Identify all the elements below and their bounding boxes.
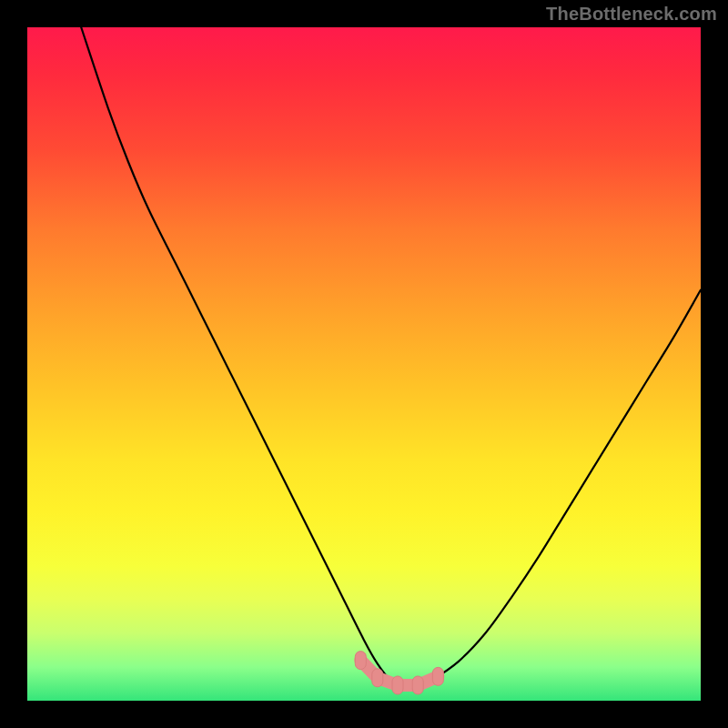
watermark-text: TheBottleneck.com	[546, 4, 717, 25]
highlight-marker	[432, 667, 443, 685]
highlight-markers	[355, 652, 443, 694]
highlight-marker	[372, 669, 383, 687]
bottleneck-curve	[81, 27, 701, 688]
chart-svg	[27, 27, 701, 701]
plot-area	[27, 27, 701, 701]
highlight-marker	[355, 652, 366, 670]
chart-stage: TheBottleneck.com	[0, 0, 728, 728]
highlight-marker	[392, 676, 403, 694]
highlight-marker	[412, 676, 423, 694]
